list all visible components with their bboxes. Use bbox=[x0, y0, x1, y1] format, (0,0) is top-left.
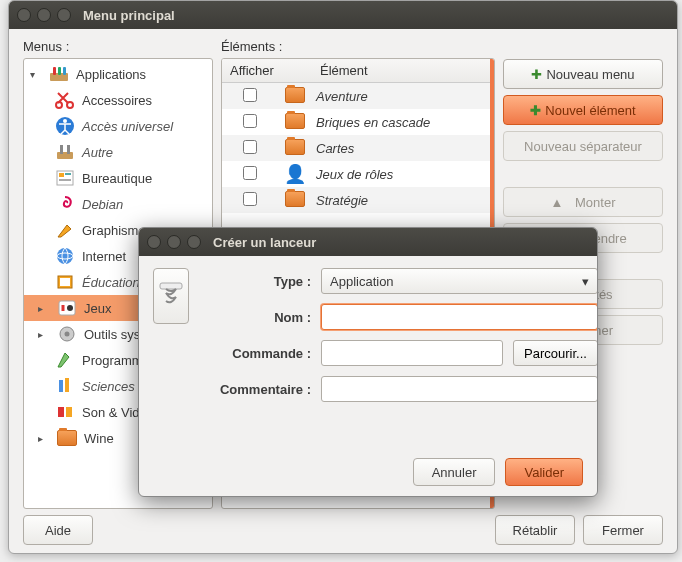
media-icon bbox=[54, 401, 76, 423]
svg-rect-27 bbox=[160, 283, 182, 289]
table-row[interactable]: Cartes bbox=[222, 135, 494, 161]
expand-icon[interactable]: ▸ bbox=[38, 303, 50, 314]
show-checkbox[interactable] bbox=[243, 114, 257, 128]
new-separator-button[interactable]: Nouveau séparateur bbox=[503, 131, 663, 161]
elements-label: Éléments : bbox=[221, 39, 495, 54]
command-input[interactable] bbox=[321, 340, 503, 366]
dialog-title: Créer un lanceur bbox=[213, 235, 316, 250]
show-checkbox[interactable] bbox=[243, 140, 257, 154]
table-row[interactable]: Briques en cascade bbox=[222, 109, 494, 135]
folder-icon bbox=[285, 87, 305, 103]
close-icon[interactable] bbox=[17, 8, 31, 22]
col-item[interactable]: Élément bbox=[312, 63, 376, 78]
validate-button[interactable]: Valider bbox=[505, 458, 583, 486]
browse-button[interactable]: Parcourir... bbox=[513, 340, 598, 366]
table-body: Aventure Briques en cascade Cartes bbox=[222, 83, 494, 213]
type-label: Type : bbox=[203, 274, 311, 289]
applications-icon bbox=[48, 63, 70, 85]
move-up-button[interactable]: ▲ Monter bbox=[503, 187, 663, 217]
graphics-icon bbox=[54, 219, 76, 241]
svg-point-7 bbox=[63, 119, 67, 123]
help-button[interactable]: Aide bbox=[23, 515, 93, 545]
command-label: Commande : bbox=[203, 346, 311, 361]
svg-point-15 bbox=[57, 248, 73, 264]
type-select[interactable]: Application ▾ bbox=[321, 268, 598, 294]
svg-rect-13 bbox=[65, 173, 71, 175]
svg-rect-10 bbox=[67, 145, 70, 154]
table-row[interactable]: Stratégie bbox=[222, 187, 494, 213]
close-icon[interactable] bbox=[147, 235, 161, 249]
dev-icon bbox=[54, 349, 76, 371]
person-icon: 👤 bbox=[284, 164, 306, 184]
minimize-icon[interactable] bbox=[37, 8, 51, 22]
expand-icon[interactable]: ▸ bbox=[38, 329, 50, 340]
folder-icon bbox=[285, 191, 305, 207]
svg-rect-24 bbox=[65, 378, 69, 392]
main-titlebar: Menu principal bbox=[9, 1, 677, 29]
minimize-icon[interactable] bbox=[167, 235, 181, 249]
create-launcher-dialog: Créer un lanceur Type : Application ▾ No… bbox=[138, 227, 598, 497]
spring-icon bbox=[154, 279, 188, 313]
tree-item-debian[interactable]: Debian bbox=[24, 191, 212, 217]
svg-point-20 bbox=[67, 305, 73, 311]
maximize-icon[interactable] bbox=[57, 8, 71, 22]
svg-rect-23 bbox=[59, 380, 63, 392]
restore-button[interactable]: Rétablir bbox=[495, 515, 575, 545]
folder-icon bbox=[285, 139, 305, 155]
menus-label: Menus : bbox=[23, 39, 213, 54]
svg-rect-25 bbox=[58, 407, 64, 417]
svg-rect-2 bbox=[58, 67, 61, 75]
comment-input[interactable] bbox=[321, 376, 598, 402]
name-input[interactable] bbox=[321, 304, 598, 330]
folder-icon bbox=[285, 113, 305, 129]
tree-root[interactable]: ▾ Applications bbox=[24, 61, 212, 87]
svg-rect-12 bbox=[59, 173, 64, 177]
svg-rect-1 bbox=[53, 67, 56, 75]
table-row[interactable]: Aventure bbox=[222, 83, 494, 109]
maximize-icon[interactable] bbox=[187, 235, 201, 249]
svg-point-5 bbox=[67, 102, 73, 108]
folder-icon bbox=[56, 427, 78, 449]
tree-item-accessoires[interactable]: Accessoires bbox=[24, 87, 212, 113]
expand-icon[interactable]: ▾ bbox=[30, 69, 42, 80]
close-button[interactable]: Fermer bbox=[583, 515, 663, 545]
new-menu-button[interactable]: ✚Nouveau menu bbox=[503, 59, 663, 89]
svg-rect-9 bbox=[60, 145, 63, 154]
svg-point-4 bbox=[56, 102, 62, 108]
science-icon bbox=[54, 375, 76, 397]
show-checkbox[interactable] bbox=[243, 88, 257, 102]
svg-rect-8 bbox=[57, 152, 73, 159]
other-icon bbox=[54, 141, 76, 163]
expand-icon[interactable]: ▸ bbox=[38, 433, 50, 444]
svg-rect-14 bbox=[59, 179, 71, 181]
svg-rect-18 bbox=[60, 278, 70, 286]
tree-item-access[interactable]: Accès universel bbox=[24, 113, 212, 139]
up-icon: ▲ bbox=[551, 195, 564, 210]
svg-point-22 bbox=[65, 332, 70, 337]
tree-item-bureautique[interactable]: Bureautique bbox=[24, 165, 212, 191]
dialog-titlebar: Créer un lanceur bbox=[139, 228, 597, 256]
education-icon bbox=[54, 271, 76, 293]
tree-item-autre[interactable]: Autre bbox=[24, 139, 212, 165]
name-label: Nom : bbox=[203, 310, 311, 325]
debian-icon bbox=[54, 193, 76, 215]
accessibility-icon bbox=[54, 115, 76, 137]
col-show[interactable]: Afficher bbox=[222, 63, 278, 78]
new-item-button[interactable]: ✚Nouvel élément bbox=[503, 95, 663, 125]
show-checkbox[interactable] bbox=[243, 166, 257, 180]
scissors-icon bbox=[54, 89, 76, 111]
cancel-button[interactable]: Annuler bbox=[413, 458, 496, 486]
comment-label: Commentaire : bbox=[203, 382, 311, 397]
games-icon bbox=[56, 297, 78, 319]
show-checkbox[interactable] bbox=[243, 192, 257, 206]
window-title: Menu principal bbox=[83, 8, 175, 23]
tree-root-label: Applications bbox=[76, 67, 146, 82]
chevron-down-icon: ▾ bbox=[582, 274, 589, 289]
globe-icon bbox=[54, 245, 76, 267]
table-row[interactable]: 👤 Jeux de rôles bbox=[222, 161, 494, 187]
svg-rect-26 bbox=[66, 407, 72, 417]
svg-rect-3 bbox=[63, 67, 66, 75]
office-icon bbox=[54, 167, 76, 189]
launcher-icon-button[interactable] bbox=[153, 268, 189, 324]
gear-icon bbox=[56, 323, 78, 345]
